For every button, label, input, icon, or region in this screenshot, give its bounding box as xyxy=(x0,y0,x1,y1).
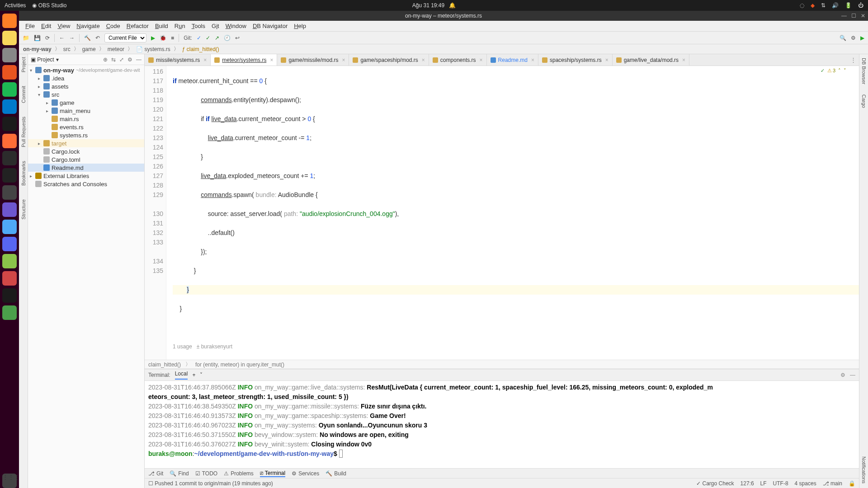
git-history-icon[interactable]: 🕘 xyxy=(224,35,231,41)
menu-file[interactable]: File xyxy=(23,22,38,30)
menu-view[interactable]: View xyxy=(55,22,73,30)
tab-spaceship-mod[interactable]: game/spaceship/mod.rs× xyxy=(349,54,429,66)
menu-window[interactable]: Window xyxy=(223,22,249,30)
tool-problems[interactable]: ⚠ Problems xyxy=(224,470,254,477)
breadcrumb-project[interactable]: on-my-way xyxy=(22,46,53,53)
tray-icon[interactable]: ◆ xyxy=(811,2,815,9)
tree-target[interactable]: ▸target xyxy=(28,139,144,147)
window-maximize-icon[interactable]: ☐ xyxy=(851,13,856,19)
launcher-trash-icon[interactable] xyxy=(2,305,17,320)
tree-main-rs[interactable]: main.rs xyxy=(28,115,144,123)
tab-components[interactable]: components.rs× xyxy=(429,54,487,66)
sync-icon[interactable]: ⟳ xyxy=(45,35,50,41)
tree-events-rs[interactable]: events.rs xyxy=(28,123,144,131)
save-icon[interactable]: 💾 xyxy=(34,35,41,41)
git-rollback-icon[interactable]: ↩ xyxy=(235,35,240,41)
run-config-select[interactable]: Current File xyxy=(104,33,146,42)
tool-services[interactable]: ⚙ Services xyxy=(292,470,319,477)
run-icon[interactable]: ▶ xyxy=(151,35,155,41)
launcher-postman-icon[interactable] xyxy=(2,134,17,148)
status-encoding[interactable]: UTF-8 xyxy=(773,480,788,487)
git-update-icon[interactable]: ✓ xyxy=(197,35,201,41)
settings-icon[interactable]: ⚙ xyxy=(851,35,856,41)
stop-icon[interactable]: ■ xyxy=(171,35,174,41)
menu-code[interactable]: Code xyxy=(104,22,123,30)
launcher-notes-icon[interactable] xyxy=(2,31,17,45)
launcher-apps-grid-icon[interactable]: ⋮⋮⋮ xyxy=(2,474,17,488)
tree-cargo-lock[interactable]: Cargo.lock xyxy=(28,147,144,155)
menu-run[interactable]: Run xyxy=(172,22,188,30)
launcher-firefox-icon[interactable] xyxy=(2,14,17,28)
tree-scratches[interactable]: Scratches and Consoles xyxy=(28,180,144,188)
rail-db-browser[interactable]: DB Browser xyxy=(861,58,867,84)
tool-find[interactable]: 🔍 Find xyxy=(170,470,189,477)
clock[interactable]: Ağu 31 19:49 xyxy=(412,2,444,9)
tree-appearance-icon[interactable]: ⇆ xyxy=(111,56,116,63)
rail-pull-requests[interactable]: Pull Requests xyxy=(21,117,26,147)
hide-icon[interactable]: — xyxy=(136,56,142,63)
run-anything-icon[interactable]: ▶ xyxy=(860,35,864,41)
menu-dbnav[interactable]: DB Navigator xyxy=(250,22,290,30)
launcher-files-icon[interactable] xyxy=(2,48,17,62)
code-content[interactable]: if if meteor.current_hit_count == 0 { me… xyxy=(166,66,859,360)
tab-missile-mod[interactable]: game/missile/mod.rs× xyxy=(277,54,349,66)
terminal-tab-dropdown[interactable]: ˅ xyxy=(200,372,203,378)
power-icon[interactable]: ⏻ xyxy=(858,2,863,9)
volume-icon[interactable]: 🔊 xyxy=(832,2,839,9)
menu-build[interactable]: Build xyxy=(152,22,171,30)
launcher-editor-icon[interactable] xyxy=(2,220,17,234)
terminal-settings-icon[interactable]: ⚙ xyxy=(840,372,845,378)
launcher-ubuntu-icon[interactable] xyxy=(2,65,17,80)
tab-readme[interactable]: Readme.md× xyxy=(487,54,538,66)
status-lock-icon[interactable]: 🔒 xyxy=(849,480,855,487)
launcher-vscode-icon[interactable] xyxy=(2,99,17,114)
locate-icon[interactable]: ⊕ xyxy=(103,56,108,63)
launcher-web-icon[interactable] xyxy=(2,254,17,268)
expand-icon[interactable]: ⤢ xyxy=(119,56,124,63)
debug-icon[interactable]: 🐞 xyxy=(160,35,166,41)
terminal-tab-local[interactable]: Local xyxy=(175,371,188,380)
notification-icon[interactable]: 🔔 xyxy=(449,2,456,9)
launcher-app-icon[interactable] xyxy=(2,271,17,286)
menu-tools[interactable]: Tools xyxy=(189,22,208,30)
tree-readme[interactable]: Readme.md xyxy=(28,164,144,172)
git-push-icon[interactable]: ↗ xyxy=(215,35,219,41)
status-indent[interactable]: 4 spaces xyxy=(795,480,816,487)
breadcrumb-meteor[interactable]: meteor xyxy=(106,46,126,53)
tool-git[interactable]: ⎇ Git xyxy=(148,470,163,477)
tool-build[interactable]: 🔨 Build xyxy=(326,470,346,477)
status-cargo-check[interactable]: ✓ Cargo Check xyxy=(696,480,734,487)
breadnav-loop[interactable]: for (entity, meteor) in query.iter_mut() xyxy=(195,361,284,368)
project-tree[interactable]: ▾on-my-way~/development/game-dev-wit ▸.i… xyxy=(28,65,144,488)
activities-button[interactable]: Activities xyxy=(5,2,26,9)
launcher-discord-icon[interactable] xyxy=(2,237,17,251)
menu-help[interactable]: Help xyxy=(291,22,309,30)
window-minimize-icon[interactable]: — xyxy=(841,13,847,19)
gear-icon[interactable]: ⚙ xyxy=(127,56,132,63)
tree-ext-lib[interactable]: ▸External Libraries xyxy=(28,172,144,180)
rail-commit[interactable]: Commit xyxy=(21,86,26,103)
tree-systems-rs[interactable]: systems.rs xyxy=(28,131,144,139)
breadcrumb-file[interactable]: 📄 systems.rs xyxy=(135,46,172,53)
tree-root[interactable]: ▾on-my-way~/development/game-dev-wit xyxy=(28,66,144,74)
battery-icon[interactable]: 🔋 xyxy=(845,2,852,9)
hammer-icon[interactable]: 🔨 xyxy=(84,35,91,41)
app-indicator[interactable]: ◉ OBS Studio xyxy=(32,2,66,9)
window-close-icon[interactable]: ✕ xyxy=(861,13,865,19)
tabs-more-icon[interactable]: ⋮ xyxy=(850,56,856,63)
network-icon[interactable]: ⇅ xyxy=(821,2,826,9)
breadcrumb-src[interactable]: src xyxy=(62,46,72,53)
tree-assets[interactable]: ▸assets xyxy=(28,82,144,90)
tab-spaceship-systems[interactable]: spaceship/systems.rs× xyxy=(538,54,613,66)
status-caret-pos[interactable]: 127:6 xyxy=(741,480,754,487)
breadnav-fn[interactable]: claim_hitted() xyxy=(148,361,181,368)
menu-navigate[interactable]: Navigate xyxy=(74,22,102,30)
search-icon[interactable]: 🔍 xyxy=(840,35,846,41)
breadcrumb-game[interactable]: game xyxy=(81,46,97,53)
terminal-add-tab[interactable]: + xyxy=(192,372,195,378)
status-line-sep[interactable]: LF xyxy=(760,480,767,487)
code-editor[interactable]: ✓3˄˅ 11611711811912012112212312412512612… xyxy=(145,66,859,360)
breadcrumb-function[interactable]: ƒ claim_hitted() xyxy=(181,46,221,53)
launcher-ide-icon[interactable] xyxy=(2,117,17,131)
tray-icon[interactable]: ◌ xyxy=(800,2,804,9)
